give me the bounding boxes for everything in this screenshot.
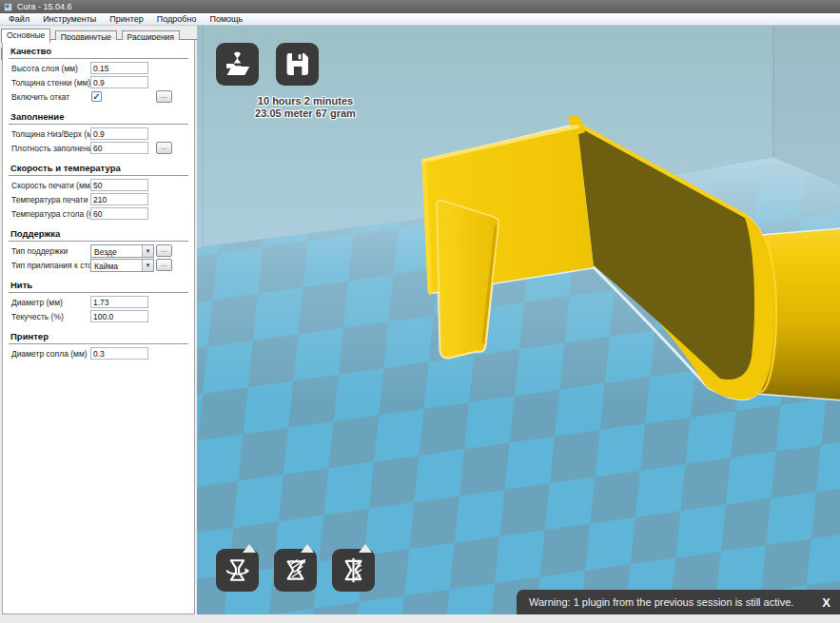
select-value: Везде: [94, 247, 117, 257]
setting-label: Тип прилипания к столу: [11, 261, 101, 270]
print-time: 10 hours 2 minutes: [222, 95, 389, 107]
setting-row: Тип поддержки Везде ▾ ...: [9, 244, 188, 258]
bed-temperature-input[interactable]: [90, 207, 148, 220]
shell-thickness-input[interactable]: [90, 76, 148, 88]
bottom-top-thickness-input[interactable]: [90, 127, 148, 140]
setting-label: Текучесть (%): [11, 312, 64, 321]
window-title: Cura - 15.04.6: [17, 2, 72, 11]
save-toolpath-button[interactable]: [276, 43, 319, 86]
setting-row: Включить откат ✓ ...: [9, 90, 188, 104]
scale-icon: [282, 556, 309, 584]
setting-row: Плотность заполнения ...: [9, 142, 188, 155]
support-type-select[interactable]: Везде ▾: [90, 244, 154, 258]
section-quality: Качество Высота слоя (мм) Толщина стенки…: [9, 44, 188, 104]
titlebar[interactable]: Cura - 15.04.6: [0, 0, 840, 13]
settings-tabstrip: Основные Продвинутые Расширения Start/En…: [1, 26, 197, 40]
setting-label: Скорость печати (мм/с): [11, 181, 99, 190]
menu-help[interactable]: Помощь: [203, 13, 249, 26]
filament-diameter-input[interactable]: [90, 296, 148, 308]
retraction-checkbox[interactable]: ✓: [91, 91, 102, 102]
section-title: Принтер: [9, 329, 188, 344]
nozzle-size-input[interactable]: [90, 347, 148, 360]
menubar: Файл Инструменты Принтер Подробно Помощь: [0, 13, 840, 26]
setting-row: Диаметр сопла (мм): [9, 347, 188, 360]
support-more-button[interactable]: ...: [156, 244, 172, 257]
setting-row: Диаметр (мм): [9, 296, 188, 309]
warning-text: Warning: 1 plugin from the previous sess…: [529, 596, 814, 608]
setting-row: Температура стола (C): [9, 207, 188, 221]
warning-close-button[interactable]: X: [822, 595, 830, 610]
setting-label: Диаметр сопла (мм): [11, 349, 88, 359]
expand-indicator: [243, 544, 256, 553]
section-title: Скорость и температура: [9, 161, 188, 176]
menu-expert[interactable]: Подробно: [150, 13, 204, 26]
adhesion-more-button[interactable]: ...: [156, 259, 172, 271]
settings-panel: Качество Высота слоя (мм) Толщина стенки…: [2, 40, 195, 614]
cura-window: Cura - 15.04.6 Файл Инструменты Принтер …: [0, 0, 840, 623]
filament-flow-input[interactable]: [90, 310, 148, 322]
setting-row: Скорость печати (мм/с): [9, 179, 188, 192]
setting-label: Плотность заполнения: [11, 144, 97, 153]
print-material: 23.05 meter 67 gram: [222, 107, 389, 120]
expand-indicator: [359, 544, 372, 553]
setting-label: Толщина Низ/Верх (мм): [11, 129, 101, 139]
print-speed-input[interactable]: [90, 179, 148, 191]
chevron-down-icon: ▾: [142, 260, 153, 271]
rotate-button[interactable]: [216, 549, 259, 592]
setting-label: Включить откат: [11, 92, 69, 102]
menu-tools[interactable]: Инструменты: [36, 13, 103, 26]
section-title: Нить: [9, 278, 188, 293]
fill-density-more-button[interactable]: ...: [156, 142, 172, 154]
section-fill: Заполнение Толщина Низ/Верх (мм) Плотнос…: [9, 109, 188, 155]
app-icon: [4, 3, 12, 11]
retraction-more-button[interactable]: ...: [156, 90, 172, 103]
setting-row: Текучесть (%): [9, 310, 188, 323]
section-support: Поддержка Тип поддержки Везде ▾ ... Тип …: [9, 226, 188, 272]
setting-row: Тип прилипания к столу Кайма ▾ ...: [9, 259, 188, 272]
layer-height-input[interactable]: [90, 62, 148, 74]
setting-label: Температура печати (C): [11, 195, 102, 204]
print-temperature-input[interactable]: [90, 193, 148, 205]
mirror-button[interactable]: [332, 549, 375, 592]
section-title: Поддержка: [9, 226, 188, 242]
fill-density-input[interactable]: [90, 142, 148, 154]
setting-label: Тип поддержки: [11, 246, 68, 256]
mirror-icon: [340, 556, 367, 584]
expand-indicator: [301, 544, 314, 553]
setting-row: Толщина стенки (мм): [9, 76, 188, 89]
warning-bar: Warning: 1 plugin from the previous sess…: [517, 590, 840, 614]
load-model-icon: [224, 50, 251, 78]
print-statistics: 10 hours 2 minutes 23.05 meter 67 gram: [222, 95, 389, 119]
load-model-button[interactable]: [216, 43, 259, 86]
setting-label: Температура стола (C): [11, 209, 97, 219]
settings-sidebar: Основные Продвинутые Расширения Start/En…: [0, 26, 197, 614]
section-printer: Принтер Диаметр сопла (мм): [9, 329, 188, 360]
section-speed-temp: Скорость и температура Скорость печати (…: [9, 161, 188, 221]
setting-label: Диаметр (мм): [11, 298, 63, 307]
setting-label: Высота слоя (мм): [11, 64, 78, 73]
select-value: Кайма: [94, 262, 118, 271]
setting-row: Высота слоя (мм): [9, 62, 188, 75]
setting-row: Толщина Низ/Верх (мм): [9, 127, 188, 141]
platform-adhesion-select[interactable]: Кайма ▾: [90, 259, 154, 272]
menu-printer[interactable]: Принтер: [103, 13, 150, 26]
section-title: Качество: [9, 44, 188, 59]
section-title: Заполнение: [9, 109, 188, 125]
scale-button[interactable]: [274, 549, 317, 592]
section-filament: Нить Диаметр (мм) Текучесть (%): [9, 278, 188, 323]
rotate-icon: [224, 556, 251, 584]
tab-basic[interactable]: Основные: [1, 29, 50, 43]
menu-file[interactable]: Файл: [2, 13, 36, 26]
chevron-down-icon: ▾: [142, 245, 153, 257]
setting-label: Толщина стенки (мм): [11, 78, 90, 88]
save-toolpath-icon: [283, 50, 311, 78]
setting-row: Температура печати (C): [9, 193, 188, 206]
3d-viewport[interactable]: 10 hours 2 minutes 23.05 meter 67 gram: [197, 26, 840, 614]
